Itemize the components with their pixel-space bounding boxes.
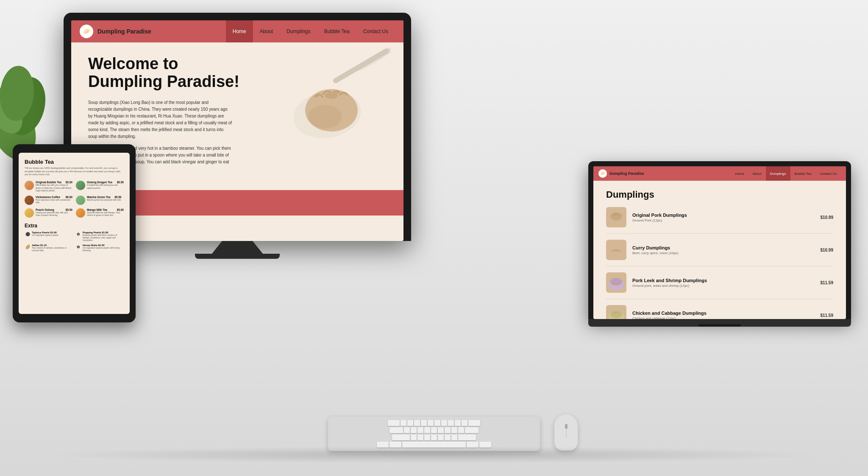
- tablet-item-desc-5: Oolong tea steamed with milk and hints o…: [36, 211, 72, 217]
- monitor-stand: [212, 241, 263, 254]
- laptop-menu-item-3: Pork Leek and Shrimp Dumplings Ground po…: [606, 272, 833, 299]
- key-n: [445, 434, 451, 440]
- monitor-base: [195, 254, 280, 259]
- keyboard-row-2: [331, 427, 537, 433]
- desktop-nav-bubbletea[interactable]: Bubble Tea: [317, 20, 356, 42]
- tablet-device: Bubble Tea *All our straws are 100% biod…: [13, 144, 136, 322]
- laptop-item-img-3: [606, 272, 626, 293]
- desktop-brand: Dumpling Paradise: [97, 28, 151, 35]
- laptop-item-img-1: [606, 207, 626, 227]
- tablet-item-name-4: Matcha Green Tea $5.50: [87, 196, 121, 199]
- svg-line-5: [336, 51, 387, 81]
- laptop-nav-dumplings[interactable]: Dumplings: [766, 166, 790, 181]
- tablet-item-info-2: Oolong Dragon Tea $5.50 A bubble tea wit…: [87, 181, 124, 189]
- key-z: [411, 434, 417, 440]
- key-j: [445, 427, 451, 433]
- tablet-item-img-4: [76, 196, 85, 205]
- keyboard-row-1: [331, 420, 537, 426]
- laptop-section-title: Dumplings: [606, 189, 833, 200]
- laptop-item-info-2: Curry Dumplings Beef, curry spice, onion…: [632, 245, 820, 255]
- key-u: [441, 420, 447, 426]
- laptop-item-price-3: $11.59: [820, 280, 833, 285]
- laptop-nav-home[interactable]: Home: [731, 166, 748, 181]
- tablet-item-name-3: Vietnamese Coffee $6.00: [36, 196, 72, 199]
- tablet-section-title: Bubble Tea: [25, 159, 124, 165]
- tablet-item-desc-2: A bubble tea with oolong tea and tapioca…: [87, 184, 124, 189]
- key-r: [421, 420, 427, 426]
- svg-point-16: [617, 283, 619, 286]
- laptop-item-desc-3: Ground pork, leeks and shrimp (12pc): [632, 284, 820, 288]
- tablet-extra-title: Extra: [25, 223, 124, 229]
- desktop-nav-contact[interactable]: Contact Us: [356, 20, 395, 42]
- svg-point-15: [612, 282, 615, 285]
- laptop-item-name-2: Curry Dumplings: [632, 245, 820, 250]
- key-t: [428, 420, 434, 426]
- svg-point-18: [610, 311, 622, 318]
- desktop-nav-about[interactable]: About: [253, 20, 280, 42]
- key-a: [404, 427, 410, 433]
- laptop-item-price-1: $10.99: [820, 215, 833, 220]
- key-backspace: [468, 420, 480, 426]
- laptop-body: Dumplings Original Pork Dumplings Ground…: [593, 181, 846, 319]
- svg-point-9: [308, 105, 342, 129]
- device-shadow: [42, 446, 826, 463]
- laptop-device: 🥟 Dumpling Paradise Home About Dumplings…: [588, 161, 851, 327]
- svg-point-12: [609, 247, 623, 258]
- tablet-extra-info-1: Tapioca Pearls $1.00 Our signature tapio…: [32, 231, 58, 236]
- tablet-screen: Bubble Tea *All our straws are 100% biod…: [19, 153, 130, 314]
- tablet-extra-3: 🌈 Jellies $1.10 Your choice of rainbow, …: [25, 244, 73, 252]
- tablet-extra-info-2: Popping Pearls $1.50 Popping pearls with…: [83, 231, 124, 241]
- tablet-extra-desc-2: Popping pearls with flavor choices of Ma…: [83, 234, 124, 241]
- tablet-item-img-2: [76, 181, 85, 190]
- desktop-dumpling-illustration: [281, 47, 391, 148]
- key-p: [462, 420, 467, 426]
- laptop-menu-item-4: Chicken and Cabbage Dumplings Chicken an…: [606, 305, 833, 319]
- key-h: [438, 427, 444, 433]
- key-b: [438, 434, 444, 440]
- key-m: [451, 434, 457, 440]
- mouse-divider: [566, 429, 566, 438]
- key-enter: [465, 427, 479, 433]
- laptop-logo: 🥟: [598, 169, 607, 178]
- svg-point-8: [325, 92, 338, 99]
- key-tab: [388, 420, 400, 426]
- tablet-extra-1: ⚫ Tapioca Pearls $1.00 Our signature tap…: [25, 231, 73, 241]
- key-f: [424, 427, 430, 433]
- key-g: [431, 427, 437, 433]
- tablet-item-info-1: Original Bubble Tea $5.00 Milk bubble te…: [36, 181, 72, 192]
- key-lshift: [392, 434, 410, 440]
- desktop-nav-home[interactable]: Home: [226, 20, 253, 42]
- tablet-extra-icon-4: ✿: [75, 244, 81, 250]
- tablet-extras-grid: ⚫ Tapioca Pearls $1.00 Our signature tap…: [25, 231, 124, 252]
- laptop-item-price-2: $10.99: [820, 248, 833, 252]
- tablet-frame: Bubble Tea *All our straws are 100% biod…: [13, 144, 136, 322]
- key-k: [451, 427, 457, 433]
- laptop-nav-contact[interactable]: Contact Us: [815, 166, 841, 181]
- key-e: [414, 420, 420, 426]
- laptop-nav-bubbletea[interactable]: Bubble Tea: [790, 166, 816, 181]
- tablet-item-1: Original Bubble Tea $5.00 Milk bubble te…: [25, 181, 72, 192]
- tablet-item-info-3: Vietnamese Coffee $6.00 Pour espresso sh…: [36, 196, 72, 204]
- tablet-item-6: Mango Milk Tea $5.00 Steamed Milk tea wi…: [76, 208, 124, 218]
- laptop-item-name-3: Pork Leek and Shrimp Dumplings: [632, 278, 820, 283]
- laptop-nav-about[interactable]: About: [748, 166, 766, 181]
- desktop-logo: 🥟: [80, 25, 93, 38]
- tablet-item-desc-6: Steamed Milk tea with Mango. Your choice…: [87, 211, 124, 217]
- key-x: [417, 434, 423, 440]
- key-c: [424, 434, 430, 440]
- keyboard: [328, 417, 540, 451]
- key-d: [417, 427, 423, 433]
- keyboard-rows: [331, 420, 537, 448]
- tablet-item-name-2: Oolong Dragon Tea $5.50: [87, 181, 124, 184]
- tablet-item-3: Vietnamese Coffee $6.00 Pour espresso sh…: [25, 196, 72, 205]
- tablet-extra-info-3: Jellies $1.10 Your choice of rainbow, st…: [32, 244, 73, 252]
- key-s: [411, 427, 417, 433]
- key-i: [448, 420, 454, 426]
- tablet-extra-desc-3: Your choice of rainbow, strawberry or co…: [32, 246, 73, 252]
- laptop-screen: 🥟 Dumpling Paradise Home About Dumplings…: [593, 166, 846, 319]
- svg-point-14: [610, 278, 622, 286]
- desktop-nav-dumplings[interactable]: Dumplings: [280, 20, 317, 42]
- laptop-frame: 🥟 Dumpling Paradise Home About Dumplings…: [588, 161, 851, 319]
- laptop-navbar: 🥟 Dumpling Paradise Home About Dumplings…: [593, 166, 846, 181]
- key-rshift: [458, 434, 476, 440]
